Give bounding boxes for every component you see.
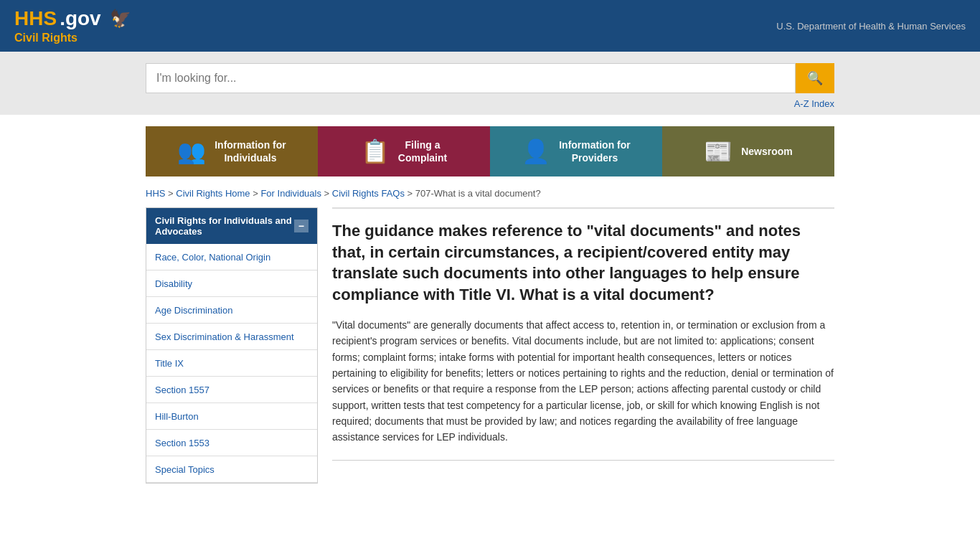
- sidebar-link-hill-burton[interactable]: Hill-Burton: [155, 411, 199, 422]
- logo-hhs: HHS: [14, 7, 57, 30]
- sidebar-item-disability[interactable]: Disability: [146, 270, 317, 297]
- sidebar-link-disability[interactable]: Disability: [155, 278, 192, 289]
- content-title: The guidance makes reference to "vital d…: [332, 220, 834, 306]
- breadcrumb-hhs[interactable]: HHS: [146, 188, 165, 199]
- nav-tile-providers[interactable]: 👤 Information forProviders: [490, 126, 662, 176]
- individuals-label: Information forIndividuals: [215, 138, 286, 164]
- sidebar-link-sex[interactable]: Sex Discrimination & Harassment: [155, 331, 294, 342]
- providers-icon: 👤: [522, 138, 550, 165]
- complaint-icon: 📋: [361, 138, 390, 165]
- sidebar-link-special-topics[interactable]: Special Topics: [155, 464, 215, 475]
- sidebar-link-race[interactable]: Race, Color, National Origin: [155, 252, 270, 263]
- complaint-label: Filing aComplaint: [398, 138, 447, 164]
- sidebar-heading: Civil Rights for Individuals and Advocat…: [155, 215, 294, 237]
- content-area: The guidance makes reference to "vital d…: [332, 207, 834, 484]
- site-header: HHS .gov 🦅 Civil Rights U.S. Department …: [0, 0, 980, 52]
- department-name: U.S. Department of Health & Human Servic…: [776, 21, 966, 32]
- search-input[interactable]: [146, 63, 796, 93]
- sidebar-link-title-ix[interactable]: Title IX: [155, 358, 184, 369]
- sidebar-item-hill-burton[interactable]: Hill-Burton: [146, 403, 317, 430]
- search-bar: 🔍: [146, 63, 834, 93]
- sidebar-item-title-ix[interactable]: Title IX: [146, 350, 317, 377]
- sidebar-item-section-1553[interactable]: Section 1553: [146, 430, 317, 456]
- sidebar-collapse-button[interactable]: −: [294, 220, 308, 232]
- header-logo: HHS .gov 🦅: [14, 7, 131, 30]
- nav-tiles: 👥 Information forIndividuals 📋 Filing aC…: [146, 126, 834, 176]
- sidebar: Civil Rights for Individuals and Advocat…: [146, 207, 318, 484]
- site-subtitle: Civil Rights: [14, 32, 131, 44]
- sidebar-item-age[interactable]: Age Discrimination: [146, 297, 317, 324]
- breadcrumb-for-individuals[interactable]: For Individuals: [260, 188, 321, 199]
- sidebar-link-section-1553[interactable]: Section 1553: [155, 438, 209, 448]
- providers-label: Information forProviders: [559, 138, 631, 164]
- sidebar-link-age[interactable]: Age Discrimination: [155, 305, 232, 316]
- nav-tile-newsroom[interactable]: 📰 Newsroom: [662, 126, 834, 176]
- search-button[interactable]: 🔍: [796, 63, 834, 93]
- sidebar-item-race[interactable]: Race, Color, National Origin: [146, 244, 317, 270]
- content-body: "Vital documents" are generally document…: [332, 317, 834, 446]
- sidebar-header[interactable]: Civil Rights for Individuals and Advocat…: [146, 208, 317, 244]
- sidebar-item-section-1557[interactable]: Section 1557: [146, 377, 317, 403]
- newsroom-icon: 📰: [704, 138, 732, 165]
- search-area: 🔍 A-Z Index: [0, 52, 980, 115]
- newsroom-label: Newsroom: [741, 145, 793, 158]
- sidebar-item-sex[interactable]: Sex Discrimination & Harassment: [146, 324, 317, 350]
- main-content: Civil Rights for Individuals and Advocat…: [146, 207, 834, 512]
- nav-tile-complaint[interactable]: 📋 Filing aComplaint: [318, 126, 490, 176]
- breadcrumb-current: 707-What is a vital document?: [415, 188, 541, 199]
- breadcrumb-civil-rights-home[interactable]: Civil Rights Home: [176, 188, 250, 199]
- eagle-icon: 🦅: [110, 9, 131, 29]
- breadcrumb: HHS > Civil Rights Home > For Individual…: [146, 188, 834, 199]
- logo-gov: .gov: [60, 7, 101, 30]
- nav-tile-individuals[interactable]: 👥 Information forIndividuals: [146, 126, 318, 176]
- header-left: HHS .gov 🦅 Civil Rights: [14, 7, 131, 44]
- sidebar-item-special-topics[interactable]: Special Topics: [146, 456, 317, 483]
- content-divider: [332, 460, 834, 461]
- az-index-row: A-Z Index: [146, 98, 834, 109]
- breadcrumb-civil-rights-faqs[interactable]: Civil Rights FAQs: [332, 188, 405, 199]
- sidebar-link-section-1557[interactable]: Section 1557: [155, 385, 209, 395]
- az-index-link[interactable]: A-Z Index: [794, 98, 834, 109]
- individuals-icon: 👥: [177, 138, 206, 165]
